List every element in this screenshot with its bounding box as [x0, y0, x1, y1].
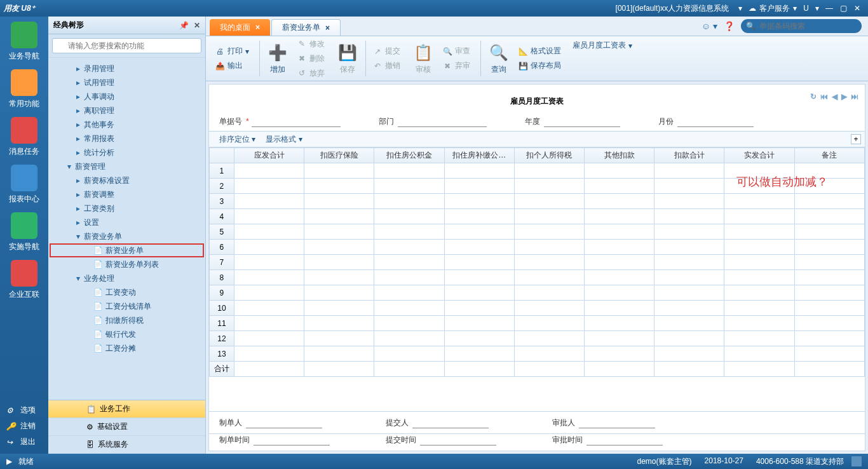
status-arrow-icon[interactable]: ▶ — [6, 457, 12, 466]
grid-cell[interactable] — [234, 240, 304, 255]
dock-bottom-item[interactable]: 🔑注销 — [0, 418, 48, 434]
grid-cell[interactable] — [304, 346, 374, 362]
tree-node[interactable]: ▾薪资业务单 — [50, 229, 204, 243]
grid-cell[interactable] — [514, 163, 584, 179]
grid-cell[interactable] — [584, 316, 654, 331]
grid-cell[interactable] — [724, 194, 794, 209]
grid-cell[interactable] — [304, 194, 374, 209]
refresh-icon[interactable]: ↻ — [810, 92, 817, 101]
grid-cell[interactable] — [584, 255, 654, 270]
grid-cell[interactable] — [654, 270, 724, 285]
audit-button[interactable]: 📋审核 — [408, 43, 438, 75]
dock-item[interactable]: 消息任务 — [5, 117, 43, 157]
grid-cell[interactable] — [514, 346, 584, 362]
savelayout-button[interactable]: 💾保存布局 — [514, 59, 565, 72]
tree-node[interactable]: 📄工资变动 — [50, 285, 204, 299]
grid-cell[interactable] — [584, 224, 654, 240]
grid-cell[interactable] — [374, 179, 444, 194]
tree-node[interactable]: 📄银行代发 — [50, 327, 204, 341]
grid-cell[interactable] — [304, 316, 374, 331]
tab-desktop[interactable]: 我的桌面 × — [210, 19, 270, 36]
tree-node[interactable]: ▸离职管理 — [50, 104, 204, 118]
dock-item[interactable]: 常用功能 — [5, 69, 43, 109]
minimize-icon[interactable]: — — [824, 3, 835, 14]
grid-cell[interactable] — [304, 209, 374, 224]
grid-cell[interactable] — [374, 301, 444, 316]
grid-cell[interactable] — [654, 224, 724, 240]
grid-cell[interactable] — [794, 285, 864, 301]
grid-cell[interactable] — [794, 240, 864, 255]
barcode-input[interactable] — [759, 22, 848, 31]
grid-cell[interactable] — [234, 301, 304, 316]
grid-cell[interactable] — [304, 270, 374, 285]
grid-cell[interactable] — [794, 301, 864, 316]
tree-node[interactable]: ▸常用报表 — [50, 132, 204, 146]
grid-cell[interactable] — [724, 346, 794, 362]
tree-footer-item[interactable]: 📋业务工作 — [48, 400, 205, 418]
grid-cell[interactable] — [724, 163, 794, 179]
tree-node[interactable]: ▸试用管理 — [50, 76, 204, 90]
grid-cell[interactable] — [794, 316, 864, 331]
u-dropdown[interactable]: ▾ — [813, 4, 822, 13]
grid-cell[interactable] — [374, 194, 444, 209]
tree-node[interactable]: ▸人事调动 — [50, 90, 204, 104]
grid-cell[interactable] — [654, 194, 724, 209]
grid-cell[interactable] — [654, 346, 724, 362]
grid-cell[interactable] — [374, 224, 444, 240]
grid-cell[interactable] — [794, 163, 864, 179]
grid-cell[interactable] — [514, 255, 584, 270]
grid-cell[interactable] — [794, 209, 864, 224]
tab-desktop-close[interactable]: × — [255, 23, 260, 32]
modify-button[interactable]: ✎修改 — [293, 37, 329, 51]
tree-node[interactable]: ▸录用管理 — [50, 62, 204, 76]
grid-cell[interactable] — [374, 240, 444, 255]
grid-cell[interactable] — [724, 224, 794, 240]
tree-node[interactable]: ▸薪资调整 — [50, 187, 204, 201]
dock-item[interactable]: 实施导航 — [5, 212, 43, 252]
delete-button[interactable]: ✖删除 — [293, 52, 329, 65]
next-icon[interactable]: ▶ — [841, 92, 847, 101]
grid-cell[interactable] — [514, 224, 584, 240]
status-square-icon[interactable] — [851, 456, 862, 466]
dock-bottom-item[interactable]: ⚙选项 — [0, 402, 48, 418]
grid-cell[interactable] — [724, 179, 794, 194]
grid-cell[interactable] — [304, 224, 374, 240]
tree-node[interactable]: ▾业务处理 — [50, 271, 204, 285]
grid-cell[interactable] — [584, 270, 654, 285]
grid-cell[interactable] — [514, 316, 584, 331]
sort-button[interactable]: 排序定位 ▾ — [214, 134, 261, 145]
grid-cell[interactable] — [304, 163, 374, 179]
system-dropdown[interactable]: ▾ — [736, 4, 745, 13]
grid-cell[interactable] — [444, 346, 514, 362]
grid-cell[interactable] — [374, 331, 444, 346]
dock-bottom-item[interactable]: ↪退出 — [0, 434, 48, 450]
grid-cell[interactable] — [374, 316, 444, 331]
grid-cell[interactable] — [724, 285, 794, 301]
grid-cell[interactable] — [234, 346, 304, 362]
dock-item[interactable]: 业务导航 — [5, 22, 43, 62]
grid-cell[interactable] — [444, 179, 514, 194]
abandon-button[interactable]: ↺放弃 — [293, 67, 329, 80]
grid-cell[interactable] — [654, 240, 724, 255]
grid-cell[interactable] — [584, 209, 654, 224]
grid-cell[interactable] — [654, 285, 724, 301]
grid-cell[interactable] — [514, 194, 584, 209]
grid-cell[interactable] — [234, 163, 304, 179]
prev-icon[interactable]: ◀ — [832, 92, 837, 101]
tab-salary-close[interactable]: × — [325, 24, 330, 32]
grid-cell[interactable] — [514, 209, 584, 224]
submit-button[interactable]: ↗提交 — [369, 44, 404, 58]
grid-cell[interactable] — [374, 285, 444, 301]
grid-cell[interactable] — [234, 331, 304, 346]
grid-cell[interactable] — [794, 346, 864, 362]
grid-cell[interactable] — [654, 163, 724, 179]
grid-cell[interactable] — [794, 194, 864, 209]
grid-cell[interactable] — [654, 179, 724, 194]
grid-cell[interactable] — [794, 224, 864, 240]
grid-cell[interactable] — [724, 255, 794, 270]
last-icon[interactable]: ⏭ — [851, 92, 858, 101]
grid-cell[interactable] — [584, 163, 654, 179]
grid-cell[interactable] — [514, 331, 584, 346]
grid-cell[interactable] — [514, 270, 584, 285]
year-field[interactable] — [544, 116, 620, 127]
